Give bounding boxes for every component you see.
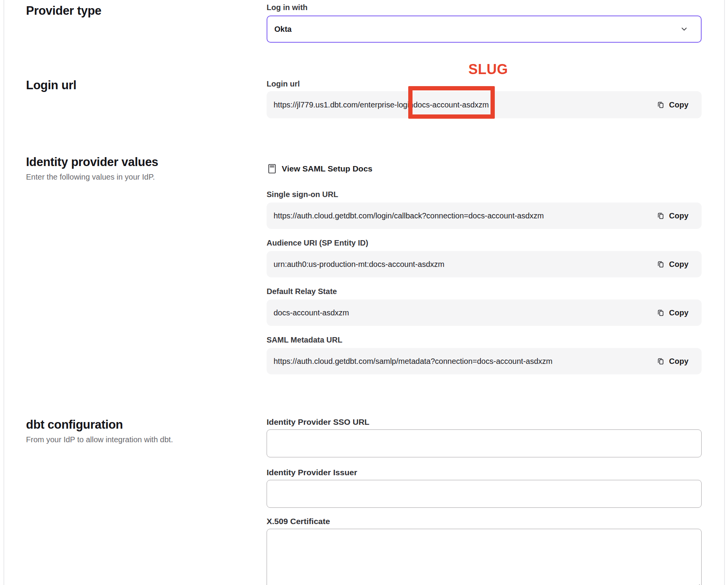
view-saml-setup-docs-link[interactable]: View SAML Setup Docs [267, 164, 373, 174]
idp-values-subtitle: Enter the following values in your IdP. [26, 172, 267, 182]
idp-item-audience-uri: Audience URI (SP Entity ID) urn:auth0:us… [267, 238, 702, 277]
idp-issuer-input[interactable] [267, 480, 702, 508]
copy-button-login-url[interactable]: Copy [657, 100, 688, 109]
provider-type-fields-col: Log in with Okta [267, 2, 702, 43]
copy-icon [657, 357, 665, 365]
saml-metadata-url-value: https://auth.cloud.getdbt.com/samlp/meta… [274, 357, 553, 366]
audience-uri-value: urn:auth0:us-production-mt:docs-account-… [274, 260, 444, 269]
copy-icon [657, 309, 665, 317]
provider-type-heading-col: Provider type [26, 2, 267, 43]
section-heading-login-url: Login url [26, 62, 267, 93]
single-sign-on-url-field: https://auth.cloud.getdbt.com/login/call… [267, 202, 702, 229]
default-relay-state-field: docs-account-asdxzm Copy [267, 299, 702, 326]
default-relay-state-value: docs-account-asdxzm [274, 308, 349, 317]
idp-item-relay-state: Default Relay State docs-account-asdxzm … [267, 286, 702, 326]
copy-icon [657, 212, 665, 220]
slug-annotation: SLUG [468, 62, 702, 77]
sso-settings-content: Provider type Log in with Okta Login url… [26, 0, 702, 585]
copy-button-sso-url[interactable]: Copy [657, 211, 688, 220]
section-heading-idp-values: Identity provider values [26, 154, 267, 170]
chevron-down-icon [680, 25, 688, 33]
copy-button-relay-state[interactable]: Copy [657, 308, 688, 317]
card-right-border [724, 0, 725, 585]
copy-button-audience-uri[interactable]: Copy [657, 260, 688, 269]
login-url-slug-wrap: docs-account-asdxzm [413, 100, 489, 109]
resize-handle[interactable] [694, 583, 700, 585]
copy-icon [657, 260, 665, 268]
journal-icon [267, 164, 277, 174]
idp-issuer-label: Identity Provider Issuer [267, 467, 702, 478]
section-provider-type: Provider type Log in with Okta [26, 0, 702, 43]
login-url-value: https://jl779.us1.dbt.com/enterprise-log… [274, 100, 489, 109]
section-login-url: Login url SLUG Login url https://jl779.u… [26, 62, 702, 118]
login-url-slug: docs-account-asdxzm [413, 100, 489, 109]
dbt-config-fields-col: Identity Provider SSO URL Identity Provi… [267, 417, 702, 585]
section-identity-provider-values: Identity provider values Enter the follo… [26, 154, 702, 383]
audience-uri-label: Audience URI (SP Entity ID) [267, 238, 702, 248]
dbt-config-heading-col: dbt configuration From your IdP to allow… [26, 417, 267, 585]
saml-metadata-url-label: SAML Metadata URL [267, 335, 702, 345]
x509-certificate-label: X.509 Certificate [267, 516, 702, 526]
audience-uri-field: urn:auth0:us-production-mt:docs-account-… [267, 251, 702, 277]
single-sign-on-url-label: Single sign-on URL [267, 189, 702, 199]
login-url-fields-col: SLUG Login url https://jl779.us1.dbt.com… [267, 62, 702, 118]
copy-button-label: Copy [669, 260, 688, 269]
card-left-border [3, 0, 4, 585]
default-relay-state-label: Default Relay State [267, 286, 702, 296]
login-url-heading-col: Login url [26, 62, 267, 118]
single-sign-on-url-value: https://auth.cloud.getdbt.com/login/call… [274, 211, 544, 220]
section-heading-provider-type: Provider type [26, 2, 267, 19]
log-in-with-label: Log in with [267, 2, 702, 12]
idp-heading-col: Identity provider values Enter the follo… [26, 154, 267, 383]
provider-type-select-value: Okta [274, 25, 291, 34]
saml-metadata-url-field: https://auth.cloud.getdbt.com/samlp/meta… [267, 348, 702, 374]
sso-settings-page: Provider type Log in with Okta Login url… [0, 0, 728, 585]
copy-button-label: Copy [669, 100, 688, 109]
login-url-prefix: https://jl779.us1.dbt.com/enterprise-log… [274, 100, 413, 109]
x509-certificate-textarea[interactable] [267, 529, 702, 585]
idp-sso-url-label: Identity Provider SSO URL [267, 417, 702, 427]
idp-sso-url-input[interactable] [267, 429, 702, 457]
copy-button-label: Copy [669, 357, 688, 366]
x509-certificate-wrap [267, 529, 702, 585]
section-dbt-configuration: dbt configuration From your IdP to allow… [26, 417, 702, 585]
copy-button-label: Copy [669, 308, 688, 317]
copy-icon [657, 101, 665, 109]
idp-fields-col: View SAML Setup Docs Single sign-on URL … [267, 154, 702, 383]
view-saml-setup-docs-label: View SAML Setup Docs [282, 164, 373, 173]
section-heading-dbt-configuration: dbt configuration [26, 417, 267, 433]
login-url-label: Login url [267, 79, 702, 89]
login-url-field: https://jl779.us1.dbt.com/enterprise-log… [267, 91, 702, 118]
provider-type-select[interactable]: Okta [267, 16, 702, 43]
copy-button-metadata-url[interactable]: Copy [657, 357, 688, 366]
copy-button-label: Copy [669, 211, 688, 220]
idp-item-sso-url: Single sign-on URL https://auth.cloud.ge… [267, 189, 702, 229]
dbt-configuration-subtitle: From your IdP to allow integration with … [26, 434, 267, 445]
idp-item-metadata-url: SAML Metadata URL https://auth.cloud.get… [267, 335, 702, 374]
